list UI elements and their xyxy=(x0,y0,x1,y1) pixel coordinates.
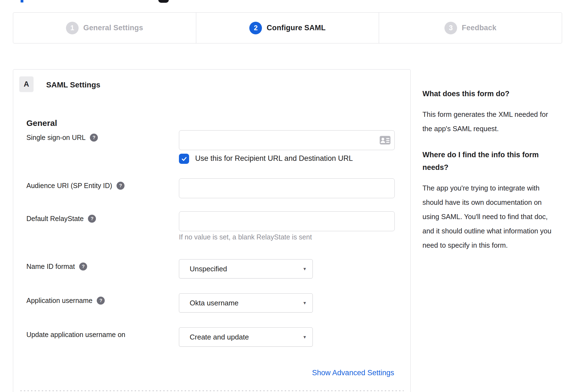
relay-state-help-icon[interactable]: ? xyxy=(88,215,96,223)
wizard-stepper: 1 General Settings 2 Configure SAML 3 Fe… xyxy=(13,12,562,43)
sidebar-heading-what: What does this form do? xyxy=(422,90,557,98)
name-id-format-label: Name ID format ? xyxy=(26,262,87,271)
general-heading: General xyxy=(26,118,57,128)
sidebar-paragraph-what: This form generates the XML needed for t… xyxy=(422,107,557,136)
step-2-label: Configure SAML xyxy=(267,24,325,32)
chevron-down-icon: ▾ xyxy=(303,300,306,306)
recipient-url-checkbox-label[interactable]: Use this for Recipient URL and Destinati… xyxy=(195,154,353,163)
cut-off-dark-fragment xyxy=(158,0,169,3)
name-id-format-value: Unspecified xyxy=(190,265,227,273)
step-1-label: General Settings xyxy=(83,24,143,32)
application-username-help-icon[interactable]: ? xyxy=(97,297,105,305)
application-username-select[interactable]: Okta username ▾ xyxy=(179,293,313,313)
step-2-number-badge: 2 xyxy=(249,22,262,34)
sso-url-label-text: Single sign-on URL xyxy=(26,134,85,142)
audience-uri-help-icon[interactable]: ? xyxy=(117,182,125,190)
saml-settings-panel: A SAML Settings General Single sign-on U… xyxy=(13,69,411,392)
relay-state-label-text: Default RelayState xyxy=(26,215,84,223)
panel-title: SAML Settings xyxy=(46,81,100,89)
audience-uri-input[interactable] xyxy=(179,178,395,198)
step-configure-saml[interactable]: 2 Configure SAML xyxy=(196,13,379,43)
audience-uri-label-text: Audience URI (SP Entity ID) xyxy=(26,182,112,190)
chevron-down-icon: ▾ xyxy=(303,334,306,340)
application-username-label: Application username ? xyxy=(26,296,105,305)
recipient-url-checkbox[interactable] xyxy=(179,154,189,164)
application-username-label-text: Application username xyxy=(26,297,92,305)
step-3-number-badge: 3 xyxy=(444,22,457,34)
step-1-number-badge: 1 xyxy=(66,22,79,34)
audience-uri-input-wrap xyxy=(179,178,395,198)
sso-url-input-wrap xyxy=(179,130,395,150)
section-dashed-divider xyxy=(20,390,404,391)
chevron-down-icon: ▾ xyxy=(303,266,306,272)
show-advanced-settings-link[interactable]: Show Advanced Settings xyxy=(312,369,394,377)
step-3-label: Feedback xyxy=(462,24,496,32)
relay-state-hint: If no value is set, a blank RelayState i… xyxy=(179,233,312,241)
page: 1 General Settings 2 Configure SAML 3 Fe… xyxy=(0,0,575,392)
sso-url-input[interactable] xyxy=(179,130,395,150)
sso-url-help-icon[interactable]: ? xyxy=(90,134,98,142)
audience-uri-label: Audience URI (SP Entity ID) ? xyxy=(26,181,125,190)
help-sidebar: What does this form do? This form genera… xyxy=(422,90,557,252)
relay-state-input[interactable] xyxy=(179,211,395,231)
update-username-label-text: Update application username on xyxy=(26,331,125,339)
contact-card-icon[interactable] xyxy=(379,136,391,145)
application-username-value: Okta username xyxy=(190,299,239,307)
step-feedback[interactable]: 3 Feedback xyxy=(379,13,562,43)
check-icon xyxy=(181,156,187,162)
sidebar-heading-where: Where do I find the info this form needs… xyxy=(422,148,557,174)
relay-state-label: Default RelayState ? xyxy=(26,214,96,223)
relay-state-input-wrap xyxy=(179,211,395,231)
section-letter-badge: A xyxy=(19,76,34,92)
name-id-format-select[interactable]: Unspecified ▾ xyxy=(179,259,313,278)
name-id-format-label-text: Name ID format xyxy=(26,263,75,270)
cut-off-blue-fragment xyxy=(21,0,23,2)
update-username-select[interactable]: Create and update ▾ xyxy=(179,327,313,347)
update-username-label: Update application username on xyxy=(26,330,125,339)
sidebar-paragraph-where: The app you're trying to integrate with … xyxy=(422,181,557,252)
name-id-format-help-icon[interactable]: ? xyxy=(79,263,87,270)
sso-url-label: Single sign-on URL ? xyxy=(26,133,98,142)
update-username-value: Create and update xyxy=(190,333,249,341)
step-general-settings[interactable]: 1 General Settings xyxy=(13,13,196,43)
